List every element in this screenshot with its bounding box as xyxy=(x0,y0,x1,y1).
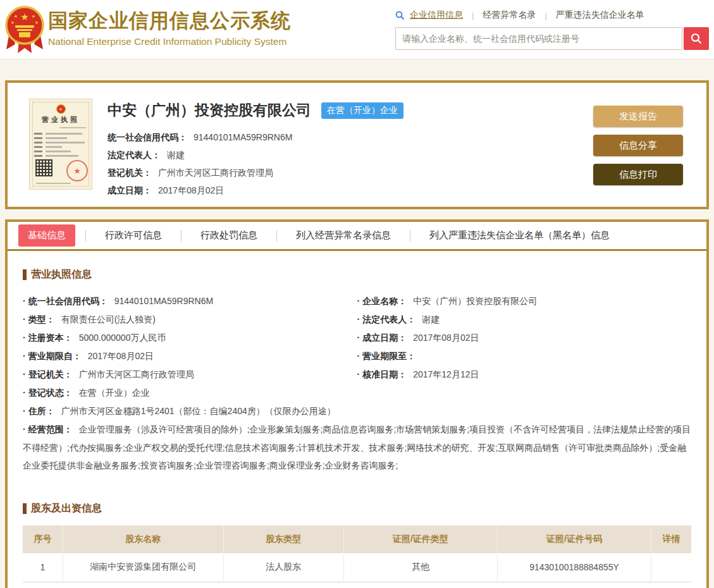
nav-separator: | xyxy=(472,11,474,20)
field-type: ·类型：有限责任公司(法人独资) xyxy=(23,310,357,329)
col-shareholder-type: 股东类型 xyxy=(223,525,343,553)
field-term-from: ·营业期限自：2017年08月02日 xyxy=(23,347,357,365)
business-license-thumbnail[interactable]: 营业执照 ★ xyxy=(29,99,92,190)
license-fields-right: ·企业名称：中安（广州）投资控股有限公司 ·法定代表人：谢建 ·成立日期：201… xyxy=(357,292,692,402)
field-term-to: ·营业期限至： xyxy=(357,347,692,365)
tab-content: 营业执照信息 ·统一社会信用代码：91440101MA59R9RN6M ·类型：… xyxy=(8,251,706,582)
license-text-line xyxy=(36,183,71,184)
table-header-row: 序号 股东名称 股东类型 证照/证件类型 证照/证件号码 详情 xyxy=(23,525,691,553)
search-type-nav: 企业信用信息 | 经营异常名录 | 严重违法失信企业名单 xyxy=(395,9,709,21)
header-search-area: 企业信用信息 | 经营异常名录 | 严重违法失信企业名单 xyxy=(395,9,709,50)
company-field-credit-code: 统一社会信用代码：91440101MA59R9RN6M xyxy=(108,128,403,146)
nav-link-illegal-list[interactable]: 严重违法失信企业名单 xyxy=(556,9,644,21)
field-address: ·住所：广州市天河区金穗路1号2401（部位：自编2404房）（仅限办公用途） xyxy=(23,402,691,420)
col-index: 序号 xyxy=(23,525,63,553)
license-title: 营业执照 xyxy=(34,115,87,125)
site-header: ★ ★ ★ ★ ★ 国家企业信用信息公示系统 National Enterpri… xyxy=(0,0,714,59)
search-input[interactable] xyxy=(395,27,682,50)
company-info-block: 中安（广州）投资控股有限公司 在营（开业）企业 统一社会信用代码：9144010… xyxy=(108,101,403,199)
company-field-registration-authority: 登记机关：广州市天河区工商行政管理局 xyxy=(108,164,403,181)
tab-abnormal-operation[interactable]: 列入经营异常名录信息 xyxy=(277,230,410,242)
col-shareholder-name: 股东名称 xyxy=(63,525,223,553)
cell-certificate-number: 91430100188884855Y xyxy=(497,553,651,582)
license-qr-code xyxy=(35,159,52,176)
col-certificate-type: 证照/证件类型 xyxy=(343,525,497,553)
print-info-button[interactable]: 信息打印 xyxy=(593,164,683,185)
field-registered-capital: ·注册资本：5000.000000万人民币 xyxy=(23,329,357,347)
license-fields-left: ·统一社会信用代码：91440101MA59R9RN6M ·类型：有限责任公司(… xyxy=(23,292,357,402)
field-credit-code: ·统一社会信用代码：91440101MA59R9RN6M xyxy=(23,292,357,310)
field-establish-date: ·成立日期：2017年08月02日 xyxy=(357,329,692,347)
table-row: 1 湖南中安资源集团有限公司 法人股东 其他 91430100188884855… xyxy=(23,553,691,582)
license-subtitle-line xyxy=(59,127,86,128)
company-name: 中安（广州）投资控股有限公司 xyxy=(108,101,311,120)
license-text-line xyxy=(34,146,87,148)
share-info-button[interactable]: 信息分享 xyxy=(593,135,683,156)
field-business-scope: ·经营范围：企业管理服务（涉及许可经营项目的除外）;企业形象策划服务;商品信息咨… xyxy=(23,420,691,475)
site-title-block: 国家企业信用信息公示系统 National Enterprise Credit … xyxy=(48,8,291,47)
field-legal-rep: ·法定代表人：谢建 xyxy=(357,310,692,329)
tab-basic-info[interactable]: 基础信息 xyxy=(18,224,75,247)
detail-card: 基础信息 行政许可信息 行政处罚信息 列入经营异常名录信息 列入严重违法失信企业… xyxy=(5,219,709,588)
nav-link-credit-info[interactable]: 企业信用信息 xyxy=(410,9,463,21)
license-emblem-icon xyxy=(56,104,66,114)
nav-link-abnormal-list[interactable]: 经营异常名录 xyxy=(483,9,536,21)
search-button[interactable] xyxy=(684,27,709,50)
tab-admin-penalty[interactable]: 行政处罚信息 xyxy=(182,230,276,242)
svg-text:★: ★ xyxy=(11,20,15,25)
license-info-section-title: 营业执照信息 xyxy=(23,268,691,281)
field-registration-authority: ·登记机关：广州市天河区工商行政管理局 xyxy=(23,365,357,384)
shareholders-section: 股东及出资信息 序号 股东名称 股东类型 证照/证件类型 xyxy=(23,502,691,583)
cell-shareholder-type: 法人股东 xyxy=(223,553,343,582)
license-red-seal: ★ xyxy=(66,160,88,181)
svg-text:★: ★ xyxy=(35,20,39,25)
nav-separator: | xyxy=(545,11,546,20)
license-fields: ·统一社会信用代码：91440101MA59R9RN6M ·类型：有限责任公司(… xyxy=(23,292,691,402)
svg-text:★: ★ xyxy=(32,14,35,18)
cell-details xyxy=(651,553,691,582)
cell-certificate-type: 其他 xyxy=(343,553,497,582)
field-approval-date: ·核准日期：2017年12月12日 xyxy=(357,365,692,384)
action-buttons: 发送报告 信息分享 信息打印 xyxy=(593,106,683,193)
search-icon xyxy=(690,32,703,45)
national-emblem-icon: ★ ★ ★ ★ ★ xyxy=(5,4,44,56)
cell-index: 1 xyxy=(23,553,63,582)
license-text-line xyxy=(34,137,87,139)
section-bar-icon xyxy=(23,503,27,514)
cell-shareholder-name: 湖南中安资源集团有限公司 xyxy=(63,553,223,582)
license-text-line xyxy=(34,150,87,152)
main-area: 营业执照 ★ 中安（广州）投资控股有限公司 在营（开业）企业 xyxy=(0,80,714,588)
col-details: 详情 xyxy=(651,525,691,553)
tab-bar: 基础信息 行政许可信息 行政处罚信息 列入经营异常名录信息 列入严重违法失信企业… xyxy=(8,222,706,251)
field-company-name: ·企业名称：中安（广州）投资控股有限公司 xyxy=(357,292,692,310)
license-text-line xyxy=(34,155,87,157)
page: ★ ★ ★ ★ ★ 国家企业信用信息公示系统 National Enterpri… xyxy=(0,0,714,588)
svg-text:★: ★ xyxy=(20,11,28,22)
section-bar-icon xyxy=(23,269,27,280)
shareholders-table: 序号 股东名称 股东类型 证照/证件类型 证照/证件号码 详情 1 xyxy=(23,525,691,583)
company-field-establish-date: 成立日期：2017年08月02日 xyxy=(108,181,403,199)
license-text-line xyxy=(34,133,87,135)
national-emblem-logo: ★ ★ ★ ★ ★ xyxy=(5,4,44,56)
site-title-cn: 国家企业信用信息公示系统 xyxy=(48,8,291,34)
license-text-line xyxy=(34,142,87,144)
col-certificate-number: 证照/证件号码 xyxy=(497,525,651,553)
shareholders-section-title: 股东及出资信息 xyxy=(23,502,691,515)
tab-admin-license[interactable]: 行政许可信息 xyxy=(86,230,181,242)
svg-text:★: ★ xyxy=(14,14,18,18)
tab-blacklist[interactable]: 列入严重违法失信企业名单（黑名单）信息 xyxy=(410,230,629,242)
search-icon xyxy=(395,11,405,20)
search-bar xyxy=(395,27,709,50)
site-title-en: National Enterprise Credit Information P… xyxy=(48,36,291,47)
field-registration-status: ·登记状态：在营（开业）企业 xyxy=(23,384,357,402)
company-summary-card: 营业执照 ★ 中安（广州）投资控股有限公司 在营（开业）企业 xyxy=(5,80,709,209)
send-report-button[interactable]: 发送报告 xyxy=(593,106,683,127)
company-field-legal-rep: 法定代表人：谢建 xyxy=(108,146,403,164)
company-status-badge: 在营（开业）企业 xyxy=(321,102,403,119)
